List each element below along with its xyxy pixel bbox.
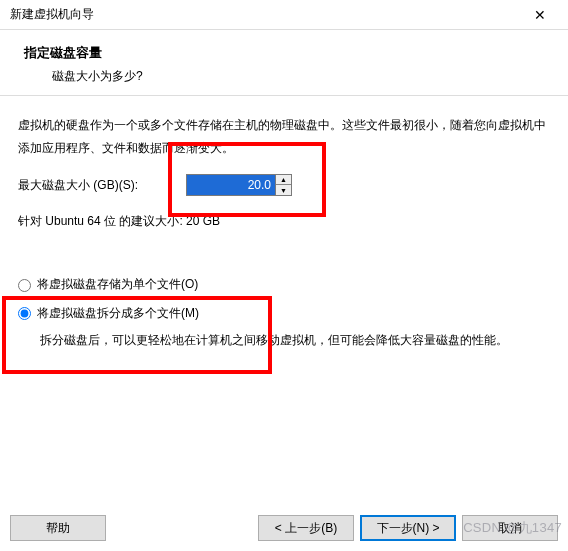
close-icon: ✕ (534, 7, 546, 23)
titlebar: 新建虚拟机向导 ✕ (0, 0, 568, 30)
disk-size-spinner: ▲ ▼ (186, 174, 292, 196)
radio-split-files[interactable] (18, 307, 31, 320)
radio-single-file[interactable] (18, 279, 31, 292)
disk-size-input[interactable] (187, 175, 275, 195)
disk-size-row: 最大磁盘大小 (GB)(S): ▲ ▼ (18, 174, 550, 197)
wizard-content: 虚拟机的硬盘作为一个或多个文件存储在主机的物理磁盘中。这些文件最初很小，随着您向… (0, 96, 568, 352)
window-title: 新建虚拟机向导 (10, 6, 94, 23)
disk-size-label: 最大磁盘大小 (GB)(S): (18, 174, 186, 197)
help-button[interactable]: 帮助 (10, 515, 106, 541)
close-button[interactable]: ✕ (520, 1, 560, 29)
radio-single-file-label: 将虚拟磁盘存储为单个文件(O) (37, 273, 198, 296)
split-files-description: 拆分磁盘后，可以更轻松地在计算机之间移动虚拟机，但可能会降低大容量磁盘的性能。 (18, 329, 550, 352)
wizard-header: 指定磁盘容量 磁盘大小为多少? (0, 30, 568, 96)
page-subtitle: 磁盘大小为多少? (24, 62, 544, 85)
spin-down-button[interactable]: ▼ (276, 185, 291, 195)
spin-up-button[interactable]: ▲ (276, 175, 291, 186)
cancel-button[interactable]: 取消 (462, 515, 558, 541)
next-button[interactable]: 下一步(N) > (360, 515, 456, 541)
wizard-footer: 帮助 < 上一步(B) 下一步(N) > 取消 (0, 515, 568, 541)
size-recommendation: 针对 Ubuntu 64 位 的建议大小: 20 GB (18, 210, 550, 233)
spinner-buttons: ▲ ▼ (275, 175, 291, 195)
disk-description: 虚拟机的硬盘作为一个或多个文件存储在主机的物理磁盘中。这些文件最初很小，随着您向… (18, 114, 550, 160)
radio-split-files-label: 将虚拟磁盘拆分成多个文件(M) (37, 302, 199, 325)
radio-split-files-row[interactable]: 将虚拟磁盘拆分成多个文件(M) (18, 302, 550, 325)
back-button[interactable]: < 上一步(B) (258, 515, 354, 541)
page-title: 指定磁盘容量 (24, 44, 544, 62)
radio-single-file-row[interactable]: 将虚拟磁盘存储为单个文件(O) (18, 273, 550, 296)
